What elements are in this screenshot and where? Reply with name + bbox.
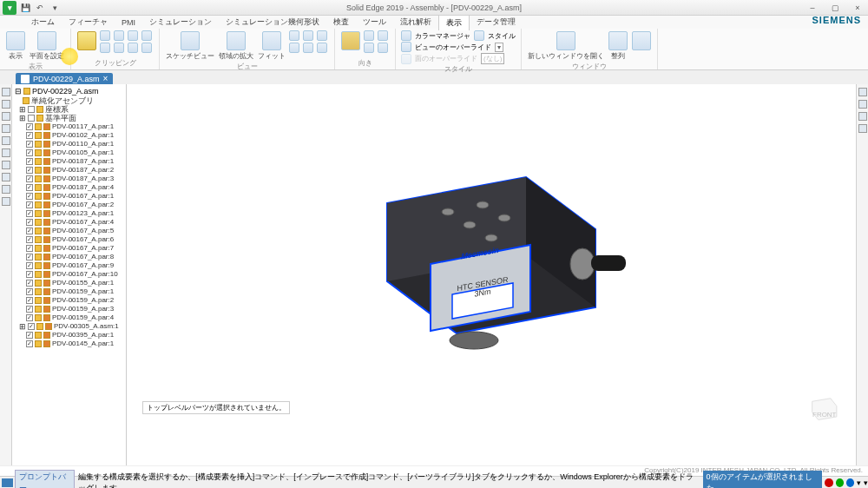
undo-icon[interactable]: ↶	[34, 2, 46, 14]
tree-checkbox[interactable]: ✓	[26, 228, 33, 234]
rail-icon[interactable]	[2, 173, 10, 181]
clip-button[interactable]	[76, 30, 97, 51]
view-override-icon[interactable]	[401, 42, 411, 52]
arrange-button[interactable]: 整列	[608, 30, 628, 62]
tree-checkbox[interactable]: ✓	[26, 149, 33, 156]
tree-node[interactable]: ⊞座標系	[14, 105, 124, 114]
rail-icon[interactable]	[2, 88, 10, 96]
rail-icon[interactable]	[2, 161, 10, 169]
tree-part-item[interactable]: ✓PDV-00167_A.par:8	[14, 253, 124, 261]
tree-checkbox[interactable]: ✓	[26, 340, 33, 347]
sketch-view-button[interactable]: スケッチビュー	[165, 30, 215, 62]
tree-checkbox[interactable]: ✓	[26, 245, 33, 252]
tree-checkbox[interactable]: ✓	[26, 297, 33, 304]
zoom-area-button[interactable]: 領域の拡大	[218, 30, 254, 62]
tree-part-item[interactable]: ✓PDV-00395_A.par:1	[14, 331, 124, 340]
tree-checkbox[interactable]: ✓	[26, 132, 33, 139]
save-icon[interactable]: 💾	[19, 2, 31, 14]
clip-opt-icon[interactable]	[141, 30, 152, 41]
tab-tools[interactable]: ツール	[356, 15, 393, 30]
status-blue-icon[interactable]	[846, 478, 854, 487]
tree-part-item[interactable]: ✓PDV-00187_A.par:3	[14, 175, 124, 183]
new-window-button[interactable]: 新しいウィンドウを開く	[527, 30, 605, 62]
tree-part-item[interactable]: ✓PDV-00117_A.par:1	[14, 122, 124, 131]
fit-button[interactable]: フィット	[257, 30, 286, 62]
close-tab-icon[interactable]: ×	[103, 74, 108, 83]
view-opt-icon[interactable]	[317, 30, 327, 41]
tree-checkbox[interactable]: ✓	[26, 193, 33, 200]
orient-button[interactable]	[340, 30, 361, 51]
face-override-icon[interactable]	[401, 54, 411, 64]
orient-opt-icon[interactable]	[378, 43, 388, 53]
tree-checkbox[interactable]	[28, 115, 35, 122]
clip-opt-icon[interactable]	[128, 30, 138, 41]
tree-part-item[interactable]: ✓PDV-00187_A.par:4	[14, 183, 124, 192]
orient-opt-icon[interactable]	[378, 30, 388, 41]
tab-data[interactable]: データ管理	[470, 15, 523, 30]
set-plane-button[interactable]: 平面を設定	[29, 30, 65, 62]
display-button[interactable]: 表示	[5, 30, 26, 62]
tree-checkbox[interactable]: ✓	[26, 314, 33, 321]
tree-part-item[interactable]: ✓PDV-00167_A.par:2	[14, 201, 124, 209]
tree-checkbox[interactable]: ✓	[26, 123, 33, 130]
zoom-dropdown[interactable]: ▾	[857, 478, 861, 487]
view-opt-icon[interactable]	[289, 43, 299, 53]
rail-icon[interactable]	[858, 124, 867, 133]
maximize-button[interactable]: ▢	[825, 2, 845, 14]
tree-checkbox[interactable]: ✓	[26, 158, 33, 165]
model-tree[interactable]: ⊟ PDV-00229_A.asm 単純化アセンブリ ⊞座標系 ⊞基準平面 ✓P…	[12, 84, 127, 466]
tree-checkbox[interactable]: ✓	[26, 271, 33, 278]
tree-checkbox[interactable]: ✓	[26, 332, 33, 339]
tree-part-item[interactable]: ✓PDV-00159_A.par:3	[14, 305, 124, 313]
zoom-dropdown[interactable]: ▾	[864, 478, 868, 487]
tree-part-item[interactable]: ✓PDV-00167_A.par:9	[14, 261, 124, 270]
tree-part-item[interactable]: ✓PDV-00187_A.par:1	[14, 157, 124, 166]
app-icon[interactable]: ▾	[3, 1, 16, 15]
tree-checkbox[interactable]: ✓	[28, 323, 35, 330]
tree-part-item[interactable]: ✓PDV-00159_A.par:2	[14, 296, 124, 305]
rail-icon[interactable]	[858, 112, 867, 121]
tree-checkbox[interactable]: ✓	[26, 254, 33, 260]
rail-icon[interactable]	[858, 88, 867, 96]
tab-sim-geometry[interactable]: シミュレーション幾何形状	[219, 15, 326, 30]
tree-part-item[interactable]: ✓PDV-00110_A.par:1	[14, 140, 124, 148]
close-button[interactable]: ×	[847, 2, 868, 14]
clip-opt-icon[interactable]	[100, 30, 110, 41]
expand-icon[interactable]: ⊞	[19, 105, 26, 114]
tree-part-item[interactable]: ✓PDV-00187_A.par:2	[14, 166, 124, 175]
tree-part-item[interactable]: ✓PDV-00167_A.par:1	[14, 192, 124, 201]
tree-part-item[interactable]: ✓PDV-00167_A.par:7	[14, 244, 124, 253]
rail-icon[interactable]	[2, 100, 10, 109]
tree-part-item[interactable]: ✓PDV-00167_A.par:5	[14, 227, 124, 235]
tree-part-item[interactable]: ✓PDV-00102_A.par:1	[14, 131, 124, 140]
tree-checkbox[interactable]: ✓	[26, 201, 33, 208]
redo-icon[interactable]: ▾	[49, 2, 61, 14]
expand-icon[interactable]: ⊞	[19, 114, 26, 122]
tree-part-item[interactable]: ⊞✓PDV-00305_A.asm:1	[14, 322, 124, 331]
tree-checkbox[interactable]: ✓	[26, 288, 33, 295]
tree-node[interactable]: 単純化アセンブリ	[14, 96, 124, 105]
tree-checkbox[interactable]: ✓	[26, 236, 33, 243]
tree-checkbox[interactable]: ✓	[26, 141, 33, 148]
tree-checkbox[interactable]: ✓	[26, 175, 33, 182]
tab-feature[interactable]: フィーチャ	[62, 15, 115, 30]
rec-icon[interactable]	[825, 478, 832, 487]
tree-part-item[interactable]: ✓PDV-00159_A.par:1	[14, 287, 124, 296]
tab-flow[interactable]: 流れ解析	[393, 15, 438, 30]
view-opt-icon[interactable]	[303, 30, 313, 41]
tree-checkbox[interactable]: ✓	[26, 167, 33, 174]
tree-checkbox[interactable]	[28, 106, 35, 113]
tree-root[interactable]: ⊟ PDV-00229_A.asm	[14, 86, 124, 96]
style-label[interactable]: スタイル	[488, 31, 516, 41]
collapse-icon[interactable]: ⊟	[15, 87, 22, 96]
view-compass[interactable]: FRONT	[807, 397, 838, 423]
view-opt-icon[interactable]	[303, 43, 313, 53]
tree-part-item[interactable]: ✓PDV-00167_A.par:10	[14, 270, 124, 279]
minimize-button[interactable]: –	[802, 2, 823, 14]
tree-checkbox[interactable]: ✓	[26, 262, 33, 269]
view-opt-icon[interactable]	[317, 43, 327, 53]
tab-inspect[interactable]: 検査	[326, 15, 356, 30]
tree-node[interactable]: ⊞基準平面	[14, 114, 124, 122]
tree-checkbox[interactable]: ✓	[26, 280, 33, 287]
tab-pmi[interactable]: PMI	[115, 16, 142, 29]
